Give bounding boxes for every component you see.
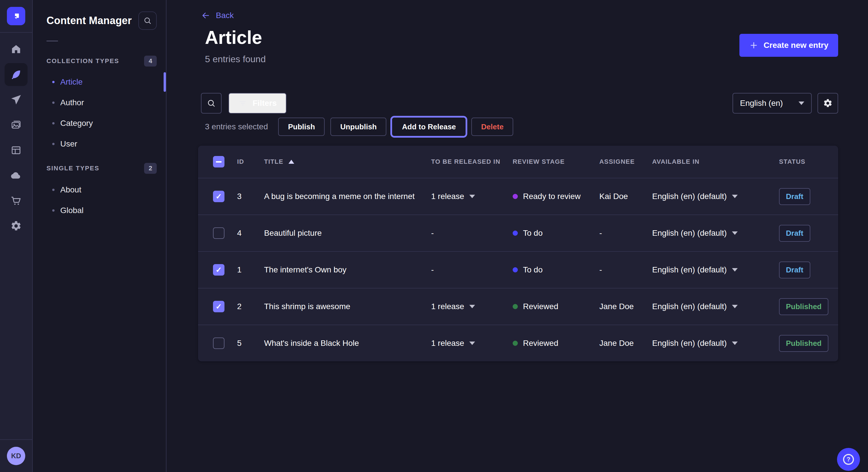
table-settings-button[interactable] — [817, 93, 838, 113]
sidebar-item-label: Category — [60, 119, 93, 128]
filter-icon — [238, 99, 247, 108]
cell-review-stage: Reviewed — [513, 339, 599, 348]
status-badge: Draft — [779, 262, 810, 278]
table-row[interactable]: 2 This shrimp is awesome 1 release Revie… — [198, 288, 838, 325]
entries-table: ID TITLE TO BE RELEASED IN REVIEW STAGE … — [198, 146, 838, 361]
active-item-indicator — [164, 72, 166, 92]
sidebar-item-user[interactable]: User — [52, 137, 161, 151]
settings-icon[interactable] — [5, 214, 28, 237]
cell-available-in[interactable]: English (en) (default) — [652, 229, 779, 238]
strapi-logo[interactable] — [7, 7, 25, 25]
chevron-down-icon — [732, 305, 738, 308]
strapi-admin-app: KD Content Manager COLLECTION TYPES 4 Ar… — [0, 0, 868, 472]
cell-available-in[interactable]: English (en) (default) — [652, 302, 779, 311]
cell-release[interactable]: 1 release — [431, 339, 513, 348]
chevron-down-icon — [799, 102, 804, 105]
layout-icon[interactable] — [5, 139, 28, 162]
sidebar-item-author[interactable]: Author — [52, 96, 161, 109]
cell-title: A bug is becoming a meme on the internet — [264, 192, 431, 201]
single-types-label: SINGLE TYPES — [46, 165, 99, 172]
cell-id: 4 — [237, 229, 264, 238]
column-header-id[interactable]: ID — [237, 158, 264, 165]
selected-count-text: 3 entries selected — [205, 122, 268, 131]
column-header-release[interactable]: TO BE RELEASED IN — [431, 158, 513, 165]
collection-types-section: COLLECTION TYPES 4 — [46, 56, 157, 67]
cell-assignee: Jane Doe — [599, 339, 652, 348]
table-row[interactable]: 1 The internet's Own boy - To do - Engli… — [198, 251, 838, 288]
single-types-count-badge: 2 — [144, 163, 157, 174]
rail-divider-bottom — [0, 439, 32, 440]
row-checkbox[interactable] — [213, 227, 224, 239]
column-header-status[interactable]: STATUS — [779, 158, 838, 165]
main-nav-rail: KD — [0, 0, 33, 472]
publish-button[interactable]: Publish — [278, 117, 324, 136]
delete-button[interactable]: Delete — [471, 117, 513, 136]
filters-button[interactable]: Filters — [228, 93, 286, 113]
unpublish-button[interactable]: Unpublish — [330, 117, 386, 136]
status-badge: Published — [779, 335, 828, 352]
status-badge: Draft — [779, 188, 810, 205]
table-search-button[interactable] — [201, 93, 222, 113]
sidebar-item-label: About — [60, 185, 81, 194]
user-avatar[interactable]: KD — [7, 447, 25, 465]
cell-assignee: Kai Doe — [599, 192, 652, 201]
strapi-logo-icon — [11, 11, 21, 21]
cell-available-in[interactable]: English (en) (default) — [652, 265, 779, 274]
table-row[interactable]: 3 A bug is becoming a meme on the intern… — [198, 178, 838, 214]
cell-id: 1 — [237, 265, 264, 274]
cell-available-in[interactable]: English (en) (default) — [652, 192, 779, 201]
sidebar-title: Content Manager — [46, 14, 132, 27]
main-content: Back Article 5 entries found Create new … — [167, 0, 868, 472]
create-new-entry-button[interactable]: Create new entry — [739, 34, 838, 57]
column-header-title[interactable]: TITLE — [264, 158, 431, 165]
help-button[interactable]: ? — [837, 448, 860, 471]
cloud-icon[interactable] — [5, 164, 28, 187]
row-checkbox[interactable] — [213, 191, 224, 202]
sidebar-item-article[interactable]: Article — [52, 75, 161, 89]
row-checkbox[interactable] — [213, 338, 224, 349]
chevron-down-icon — [469, 341, 475, 345]
cell-title: The internet's Own boy — [264, 265, 431, 274]
sidebar-item-about[interactable]: About — [52, 183, 161, 197]
cell-available-in[interactable]: English (en) (default) — [652, 339, 779, 348]
home-icon[interactable] — [5, 38, 28, 61]
plus-icon — [749, 41, 758, 50]
column-header-review-stage[interactable]: REVIEW STAGE — [513, 158, 599, 165]
status-badge: Published — [779, 298, 828, 315]
send-icon[interactable] — [5, 88, 28, 111]
sidebar-search-button[interactable] — [138, 11, 157, 30]
collection-types-count-badge: 4 — [144, 56, 157, 67]
table-row[interactable]: 4 Beautiful picture - To do - English (e… — [198, 214, 838, 251]
column-header-assignee[interactable]: ASSIGNEE — [599, 158, 652, 165]
sidebar-item-global[interactable]: Global — [52, 204, 161, 217]
create-button-label: Create new entry — [764, 41, 828, 50]
cart-icon[interactable] — [5, 189, 28, 212]
content-manager-icon[interactable] — [5, 63, 28, 86]
chevron-down-icon — [732, 341, 738, 345]
column-header-available-in[interactable]: AVAILABLE IN — [652, 158, 779, 165]
cell-release: - — [431, 229, 513, 238]
add-to-release-button[interactable]: Add to Release — [392, 117, 466, 136]
sidebar-item-category[interactable]: Category — [52, 116, 161, 130]
chevron-down-icon — [732, 231, 738, 235]
cell-assignee: Jane Doe — [599, 302, 652, 311]
table-row[interactable]: 5 What's inside a Black Hole 1 release R… — [198, 325, 838, 361]
locale-selected-value: English (en) — [740, 99, 783, 108]
sort-ascending-icon[interactable] — [288, 160, 294, 164]
back-link[interactable]: Back — [201, 11, 234, 20]
cell-release[interactable]: 1 release — [431, 192, 513, 201]
row-checkbox[interactable] — [213, 301, 224, 312]
media-library-icon[interactable] — [5, 113, 28, 136]
cell-id: 2 — [237, 302, 264, 311]
arrow-left-icon — [201, 11, 210, 20]
table-header-row: ID TITLE TO BE RELEASED IN REVIEW STAGE … — [198, 146, 838, 178]
cell-release[interactable]: 1 release — [431, 302, 513, 311]
locale-select[interactable]: English (en) — [733, 93, 812, 113]
question-mark-icon: ? — [843, 454, 854, 465]
select-all-checkbox[interactable] — [213, 156, 224, 167]
back-label: Back — [216, 11, 234, 20]
rail-icon-list — [5, 38, 28, 237]
status-badge: Draft — [779, 225, 810, 242]
row-checkbox[interactable] — [213, 264, 224, 276]
bullet-icon — [52, 102, 55, 104]
